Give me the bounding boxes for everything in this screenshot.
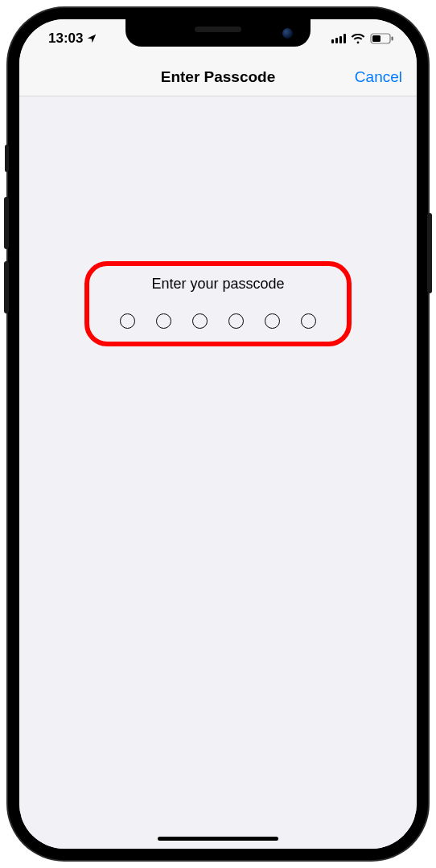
passcode-dot	[265, 313, 280, 329]
passcode-dot	[120, 313, 135, 329]
volume-down-button	[4, 261, 9, 313]
nav-bar: Enter Passcode Cancel	[19, 58, 417, 96]
mute-switch	[5, 145, 9, 172]
annotation-highlight	[84, 261, 352, 346]
power-button	[427, 213, 432, 293]
location-icon	[86, 33, 97, 44]
svg-rect-2	[392, 37, 393, 41]
volume-up-button	[4, 197, 9, 249]
front-camera	[282, 28, 293, 39]
passcode-dot	[228, 313, 244, 329]
status-right	[331, 33, 394, 44]
page-title: Enter Passcode	[161, 68, 276, 86]
status-time: 13:03	[48, 31, 83, 47]
wifi-icon	[351, 34, 365, 44]
status-left: 13:03	[48, 31, 97, 47]
passcode-entry[interactable]: Enter your passcode	[97, 276, 339, 329]
home-indicator[interactable]	[158, 837, 278, 841]
cancel-button[interactable]: Cancel	[355, 68, 402, 86]
passcode-dots	[97, 313, 339, 329]
battery-icon	[370, 33, 394, 44]
passcode-dot	[156, 313, 171, 329]
phone-frame: 13:03	[8, 8, 428, 860]
svg-rect-1	[372, 35, 380, 42]
screen: 13:03	[19, 19, 417, 849]
cellular-icon	[331, 34, 346, 43]
speaker-grille	[195, 27, 241, 32]
passcode-dot	[192, 313, 208, 329]
passcode-prompt: Enter your passcode	[97, 276, 339, 293]
content-area: Enter your passcode	[19, 96, 417, 849]
passcode-dot	[301, 313, 316, 329]
notch	[125, 19, 311, 47]
